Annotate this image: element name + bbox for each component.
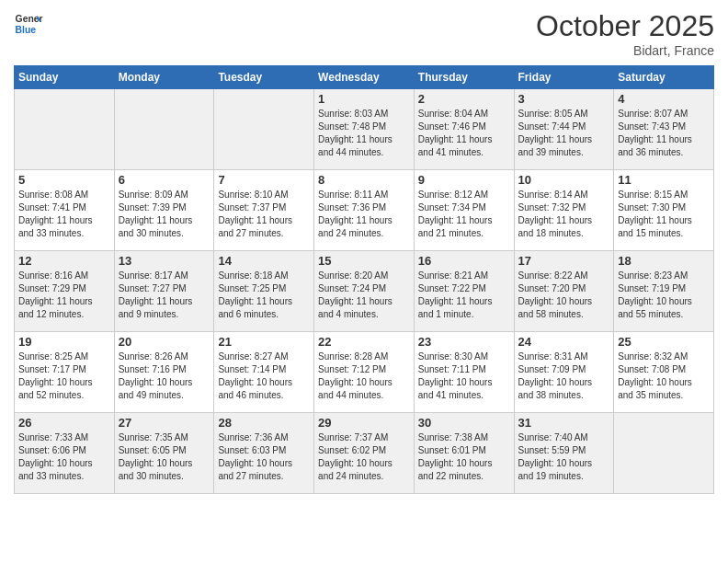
day-number: 3 bbox=[518, 92, 610, 106]
day-number: 27 bbox=[119, 416, 210, 430]
day-number: 9 bbox=[418, 173, 510, 187]
col-friday: Friday bbox=[514, 66, 614, 89]
day-number: 29 bbox=[318, 416, 410, 430]
day-number: 20 bbox=[119, 335, 210, 349]
day-number: 23 bbox=[418, 335, 510, 349]
cell-info: Sunrise: 8:16 AM Sunset: 7:29 PM Dayligh… bbox=[18, 270, 110, 321]
cell-info: Sunrise: 7:35 AM Sunset: 6:05 PM Dayligh… bbox=[119, 431, 210, 483]
cell-info: Sunrise: 8:12 AM Sunset: 7:34 PM Dayligh… bbox=[418, 189, 510, 240]
day-number: 2 bbox=[418, 92, 510, 106]
cell-info: Sunrise: 7:37 AM Sunset: 6:02 PM Dayligh… bbox=[318, 431, 410, 483]
calendar-cell: 1Sunrise: 8:03 AM Sunset: 7:48 PM Daylig… bbox=[314, 89, 415, 170]
calendar-week-4: 19Sunrise: 8:25 AM Sunset: 7:17 PM Dayli… bbox=[15, 332, 714, 413]
day-number: 24 bbox=[518, 335, 610, 349]
cell-info: Sunrise: 7:38 AM Sunset: 6:01 PM Dayligh… bbox=[418, 431, 510, 483]
calendar-cell: 6Sunrise: 8:09 AM Sunset: 7:39 PM Daylig… bbox=[114, 170, 214, 251]
calendar-cell: 16Sunrise: 8:21 AM Sunset: 7:22 PM Dayli… bbox=[414, 251, 514, 332]
calendar-table: Sunday Monday Tuesday Wednesday Thursday… bbox=[14, 65, 714, 494]
cell-info: Sunrise: 8:25 AM Sunset: 7:17 PM Dayligh… bbox=[18, 350, 110, 402]
calendar-header-row: Sunday Monday Tuesday Wednesday Thursday… bbox=[15, 66, 714, 89]
calendar-cell: 24Sunrise: 8:31 AM Sunset: 7:09 PM Dayli… bbox=[514, 332, 614, 413]
cell-info: Sunrise: 8:26 AM Sunset: 7:16 PM Dayligh… bbox=[119, 350, 210, 402]
col-tuesday: Tuesday bbox=[214, 66, 314, 89]
calendar-cell: 15Sunrise: 8:20 AM Sunset: 7:24 PM Dayli… bbox=[314, 251, 415, 332]
day-number: 21 bbox=[218, 335, 310, 349]
day-number: 5 bbox=[18, 173, 110, 187]
calendar-cell: 28Sunrise: 7:36 AM Sunset: 6:03 PM Dayli… bbox=[214, 413, 314, 494]
day-number: 17 bbox=[518, 254, 610, 268]
cell-info: Sunrise: 7:33 AM Sunset: 6:06 PM Dayligh… bbox=[18, 431, 110, 483]
cell-info: Sunrise: 8:27 AM Sunset: 7:14 PM Dayligh… bbox=[218, 350, 310, 402]
calendar-cell: 12Sunrise: 8:16 AM Sunset: 7:29 PM Dayli… bbox=[15, 251, 115, 332]
day-number: 6 bbox=[119, 173, 210, 187]
cell-info: Sunrise: 8:30 AM Sunset: 7:11 PM Dayligh… bbox=[418, 350, 510, 402]
cell-info: Sunrise: 8:11 AM Sunset: 7:36 PM Dayligh… bbox=[318, 189, 410, 240]
calendar-week-1: 1Sunrise: 8:03 AM Sunset: 7:48 PM Daylig… bbox=[15, 89, 714, 170]
logo: General Blue bbox=[14, 9, 43, 39]
calendar-cell: 5Sunrise: 8:08 AM Sunset: 7:41 PM Daylig… bbox=[15, 170, 115, 251]
day-number: 16 bbox=[418, 254, 510, 268]
cell-info: Sunrise: 8:22 AM Sunset: 7:20 PM Dayligh… bbox=[518, 270, 610, 321]
calendar-week-2: 5Sunrise: 8:08 AM Sunset: 7:41 PM Daylig… bbox=[15, 170, 714, 251]
cell-info: Sunrise: 8:28 AM Sunset: 7:12 PM Dayligh… bbox=[318, 350, 410, 402]
cell-info: Sunrise: 8:09 AM Sunset: 7:39 PM Dayligh… bbox=[119, 189, 210, 240]
calendar-cell: 10Sunrise: 8:14 AM Sunset: 7:32 PM Dayli… bbox=[514, 170, 614, 251]
day-number: 1 bbox=[318, 92, 410, 106]
calendar-cell bbox=[15, 89, 115, 170]
day-number: 14 bbox=[218, 254, 310, 268]
calendar-cell: 25Sunrise: 8:32 AM Sunset: 7:08 PM Dayli… bbox=[614, 332, 714, 413]
calendar-cell: 29Sunrise: 7:37 AM Sunset: 6:02 PM Dayli… bbox=[314, 413, 415, 494]
day-number: 15 bbox=[318, 254, 410, 268]
cell-info: Sunrise: 8:31 AM Sunset: 7:09 PM Dayligh… bbox=[518, 350, 610, 402]
day-number: 26 bbox=[18, 416, 110, 430]
calendar-cell: 11Sunrise: 8:15 AM Sunset: 7:30 PM Dayli… bbox=[614, 170, 714, 251]
calendar-cell: 7Sunrise: 8:10 AM Sunset: 7:37 PM Daylig… bbox=[214, 170, 314, 251]
cell-info: Sunrise: 8:15 AM Sunset: 7:30 PM Dayligh… bbox=[618, 189, 710, 240]
col-monday: Monday bbox=[114, 66, 214, 89]
cell-info: Sunrise: 8:17 AM Sunset: 7:27 PM Dayligh… bbox=[119, 270, 210, 321]
cell-info: Sunrise: 8:10 AM Sunset: 7:37 PM Dayligh… bbox=[218, 189, 310, 240]
day-number: 31 bbox=[518, 416, 610, 430]
calendar-cell: 17Sunrise: 8:22 AM Sunset: 7:20 PM Dayli… bbox=[514, 251, 614, 332]
day-number: 7 bbox=[218, 173, 310, 187]
col-saturday: Saturday bbox=[614, 66, 714, 89]
calendar-week-5: 26Sunrise: 7:33 AM Sunset: 6:06 PM Dayli… bbox=[15, 413, 714, 494]
day-number: 22 bbox=[318, 335, 410, 349]
day-number: 10 bbox=[518, 173, 610, 187]
calendar-cell: 3Sunrise: 8:05 AM Sunset: 7:44 PM Daylig… bbox=[514, 89, 614, 170]
cell-info: Sunrise: 8:20 AM Sunset: 7:24 PM Dayligh… bbox=[318, 270, 410, 321]
cell-info: Sunrise: 7:40 AM Sunset: 5:59 PM Dayligh… bbox=[518, 431, 610, 483]
location: Bidart, France bbox=[536, 43, 714, 58]
calendar-cell: 9Sunrise: 8:12 AM Sunset: 7:34 PM Daylig… bbox=[414, 170, 514, 251]
calendar-week-3: 12Sunrise: 8:16 AM Sunset: 7:29 PM Dayli… bbox=[15, 251, 714, 332]
day-number: 30 bbox=[418, 416, 510, 430]
cell-info: Sunrise: 8:21 AM Sunset: 7:22 PM Dayligh… bbox=[418, 270, 510, 321]
cell-info: Sunrise: 8:05 AM Sunset: 7:44 PM Dayligh… bbox=[518, 108, 610, 159]
calendar-cell: 13Sunrise: 8:17 AM Sunset: 7:27 PM Dayli… bbox=[114, 251, 214, 332]
logo-icon: General Blue bbox=[14, 9, 43, 39]
day-number: 12 bbox=[18, 254, 110, 268]
day-number: 11 bbox=[618, 173, 710, 187]
calendar-cell: 4Sunrise: 8:07 AM Sunset: 7:43 PM Daylig… bbox=[614, 89, 714, 170]
calendar-cell: 22Sunrise: 8:28 AM Sunset: 7:12 PM Dayli… bbox=[314, 332, 415, 413]
svg-text:Blue: Blue bbox=[16, 25, 37, 35]
calendar-cell: 20Sunrise: 8:26 AM Sunset: 7:16 PM Dayli… bbox=[114, 332, 214, 413]
day-number: 25 bbox=[618, 335, 710, 349]
cell-info: Sunrise: 8:07 AM Sunset: 7:43 PM Dayligh… bbox=[618, 108, 710, 159]
cell-info: Sunrise: 8:23 AM Sunset: 7:19 PM Dayligh… bbox=[618, 270, 710, 321]
day-number: 8 bbox=[318, 173, 410, 187]
cell-info: Sunrise: 8:18 AM Sunset: 7:25 PM Dayligh… bbox=[218, 270, 310, 321]
calendar-cell: 23Sunrise: 8:30 AM Sunset: 7:11 PM Dayli… bbox=[414, 332, 514, 413]
calendar-cell: 27Sunrise: 7:35 AM Sunset: 6:05 PM Dayli… bbox=[114, 413, 214, 494]
cell-info: Sunrise: 8:03 AM Sunset: 7:48 PM Dayligh… bbox=[318, 108, 410, 159]
day-number: 28 bbox=[218, 416, 310, 430]
cell-info: Sunrise: 8:32 AM Sunset: 7:08 PM Dayligh… bbox=[618, 350, 710, 402]
calendar-cell: 14Sunrise: 8:18 AM Sunset: 7:25 PM Dayli… bbox=[214, 251, 314, 332]
cell-info: Sunrise: 8:04 AM Sunset: 7:46 PM Dayligh… bbox=[418, 108, 510, 159]
calendar-cell: 30Sunrise: 7:38 AM Sunset: 6:01 PM Dayli… bbox=[414, 413, 514, 494]
calendar-cell bbox=[614, 413, 714, 494]
calendar-cell: 21Sunrise: 8:27 AM Sunset: 7:14 PM Dayli… bbox=[214, 332, 314, 413]
calendar-cell: 19Sunrise: 8:25 AM Sunset: 7:17 PM Dayli… bbox=[15, 332, 115, 413]
calendar-cell bbox=[114, 89, 214, 170]
cell-info: Sunrise: 8:08 AM Sunset: 7:41 PM Dayligh… bbox=[18, 189, 110, 240]
